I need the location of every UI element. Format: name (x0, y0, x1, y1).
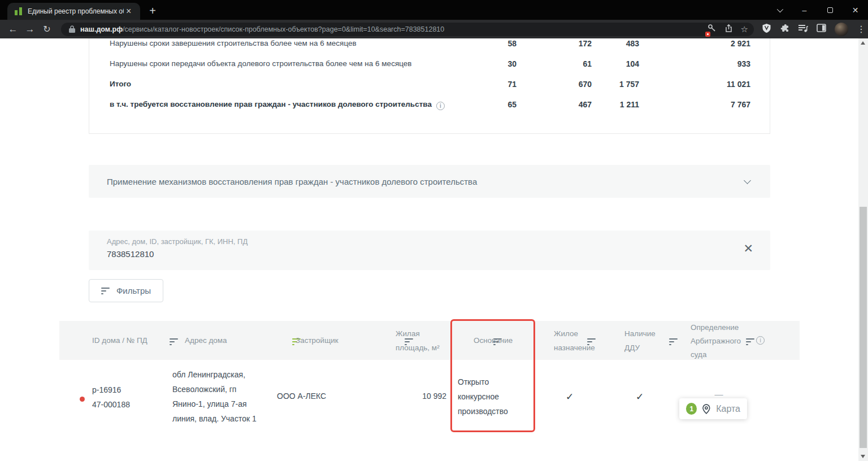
column-header-address[interactable]: Адрес дома (185, 336, 227, 345)
sort-icon-ddu[interactable] (669, 338, 678, 345)
password-key-icon[interactable] (708, 24, 717, 35)
mechanisms-accordion[interactable]: Применение механизмов восстановления пра… (89, 165, 770, 198)
lock-icon (69, 25, 75, 33)
url-bar[interactable]: наш.дом.рф/сервисы/каталог-новостроек/сп… (61, 23, 754, 36)
back-button[interactable]: ← (5, 24, 21, 35)
column-header-basis[interactable]: Основание (474, 336, 513, 345)
profile-avatar[interactable] (835, 23, 848, 36)
stats-value: 65 (471, 100, 517, 109)
house-id-line1: р-16916 (92, 382, 130, 397)
stats-value: 104 (594, 59, 639, 68)
cell-house-id[interactable]: р-16916 47-000188 (92, 382, 130, 412)
scrollbar-thumb[interactable] (860, 207, 867, 448)
stats-value: 58 (471, 39, 517, 48)
map-count-badge: 1 (686, 403, 697, 415)
map-pin-icon (702, 403, 711, 415)
problem-objects-stats-card: Нарушены сроки завершения строительства … (89, 38, 770, 134)
stats-value: 30 (471, 59, 517, 68)
browser-toolbar: ← → ↻ наш.дом.рф/сервисы/каталог-новостр… (0, 20, 868, 38)
extensions-puzzle-icon[interactable] (780, 23, 789, 35)
shield-extension-icon[interactable] (762, 23, 771, 36)
column-header-id: ID дома / № ПД (92, 336, 147, 345)
url-path: /сервисы/каталог-новостроек/список-пробл… (123, 25, 444, 33)
reload-button[interactable]: ↻ (38, 24, 55, 34)
map-button-label: Карта (716, 404, 740, 414)
stats-value: 933 (694, 59, 750, 68)
stats-value: 71 (471, 80, 517, 89)
new-tab-button[interactable]: + (146, 5, 159, 18)
tab-title: Единый реестр проблемных об (28, 7, 124, 15)
filter-icon (101, 288, 110, 294)
cell-developer[interactable]: ООО А-ЛЕКС (277, 392, 326, 401)
site-favicon-icon (14, 7, 23, 16)
stats-value: 172 (546, 39, 592, 48)
forward-button[interactable]: → (21, 24, 38, 35)
column-header-court[interactable]: Определение Арбитражного суда (691, 321, 754, 362)
tab-close-icon[interactable]: × (126, 7, 131, 16)
stats-value: 1 757 (594, 80, 639, 89)
tab-search-icon[interactable] (766, 0, 792, 20)
column-header-residential[interactable]: Жилое назначение (554, 327, 606, 355)
stats-value: 670 (546, 80, 592, 89)
side-panel-icon[interactable] (817, 24, 826, 34)
cell-residential-check: ✓ (566, 391, 574, 403)
stats-row-label: Нарушены сроки передачи объекта долевого… (110, 59, 411, 68)
clear-search-icon[interactable]: ✕ (743, 242, 753, 255)
cell-address[interactable]: обл Ленинградская, Всеволожский, гп Янин… (172, 367, 263, 426)
cell-ddu-check: ✓ (636, 391, 644, 403)
browser-titlebar: Единый реестр проблемных об × + – ✕ (0, 0, 868, 20)
page-content: Нарушены сроки завершения строительства … (0, 38, 868, 461)
cell-basis: Открыто конкурсное производство (458, 375, 521, 419)
stats-value: 11 021 (694, 80, 750, 89)
filters-button[interactable]: Фильтры (89, 279, 163, 302)
cell-area: 10 992 (390, 392, 446, 401)
key-alert-badge (705, 32, 710, 37)
stats-value: 1 211 (594, 100, 639, 109)
search-input[interactable]: Адрес, дом, ID, застройщик, ГК, ИНН, ПД … (89, 230, 770, 270)
urlbar-actions: ☆ (708, 24, 748, 35)
column-header-area[interactable]: Жилая площадь, м² (396, 327, 446, 355)
browser-tab[interactable]: Единый реестр проблемных об × (7, 3, 140, 20)
column-header-developer[interactable]: Застройщик (296, 336, 338, 345)
info-icon[interactable]: i (436, 102, 445, 110)
close-button[interactable]: ✕ (843, 0, 868, 20)
window-controls: – ✕ (766, 0, 868, 20)
page-scrollbar[interactable] (858, 38, 868, 461)
scrollbar-down-icon[interactable] (861, 455, 865, 458)
chevron-down-icon (744, 177, 751, 184)
column-header-ddu[interactable]: Наличие ДДУ (624, 327, 667, 355)
toolbar-extensions: ⋮ (762, 23, 866, 36)
stats-total-label: Итого (110, 80, 131, 88)
stats-restore-label: в т.ч. требуется восстановление прав гра… (110, 100, 445, 110)
cell-court-empty: — (715, 389, 723, 399)
filters-button-label: Фильтры (116, 286, 151, 295)
problem-status-dot (80, 397, 85, 402)
chrome-menu-icon[interactable]: ⋮ (857, 24, 866, 34)
bookmark-star-icon[interactable]: ☆ (741, 24, 748, 34)
stats-restore-label-text: в т.ч. требуется восстановление прав гра… (110, 100, 432, 108)
stats-value: 7 767 (694, 100, 750, 109)
search-field-label: Адрес, дом, ID, застройщик, ГК, ИНН, ПД (107, 237, 248, 246)
minimize-button[interactable]: – (792, 0, 817, 20)
stats-value: 467 (546, 100, 592, 109)
url-text: наш.дом.рф/сервисы/каталог-новостроек/сп… (80, 25, 703, 33)
url-domain: наш.дом.рф (80, 25, 123, 33)
stats-row-label: Нарушены сроки завершения строительства … (110, 39, 357, 47)
browser-window: Единый реестр проблемных об × + – ✕ ← → … (0, 0, 868, 461)
house-id-line2: 47-000188 (92, 397, 130, 412)
stats-value: 483 (594, 39, 639, 48)
map-button[interactable]: 1 Карта (679, 398, 747, 419)
maximize-button[interactable] (817, 0, 843, 20)
search-field-value: 7838512810 (107, 249, 154, 259)
sort-icon-address[interactable] (170, 338, 179, 345)
scrollbar-up-icon[interactable] (861, 41, 865, 45)
court-info-icon[interactable]: i (756, 336, 765, 345)
stats-value: 2 921 (694, 39, 750, 48)
playlist-extension-icon[interactable] (798, 24, 808, 35)
accordion-title: Применение механизмов восстановления пра… (107, 177, 745, 186)
stats-value: 61 (546, 59, 592, 68)
share-icon[interactable] (724, 24, 733, 35)
